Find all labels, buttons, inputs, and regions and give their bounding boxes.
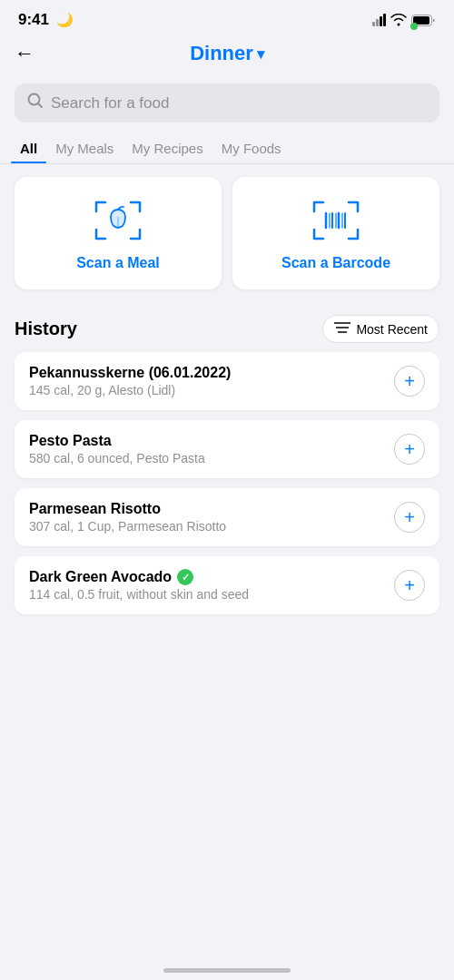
tabs: All My Meals My Recipes My Foods [0,132,454,164]
chevron-down-icon[interactable]: ▾ [257,45,264,63]
item-details: 307 cal, 1 Cup, Parmesean Risotto [29,519,394,534]
search-container: Search for a food [0,76,454,132]
item-name: Parmesean Risotto [29,501,394,517]
search-icon [27,93,44,113]
scan-meal-card[interactable]: Scan a Meal [15,177,222,289]
item-name: Pekannusskerne (06.01.2022) [29,365,394,381]
item-name: Dark Green Avocado [29,569,394,585]
signal-icon [372,14,386,26]
add-item-button[interactable]: + [394,570,425,601]
moon-icon: 🌙 [56,12,74,27]
home-indicator [163,968,291,973]
scan-meal-label: Scan a Meal [76,255,160,271]
scan-barcode-icon [309,195,363,246]
sort-button[interactable]: Most Recent [322,315,439,343]
item-name: Pesto Pasta [29,433,394,449]
add-item-button[interactable]: + [394,366,425,397]
item-info: Dark Green Avocado 114 cal, 0.5 fruit, w… [29,569,394,602]
status-time: 9:41 🌙 [18,11,74,29]
status-icons [372,14,436,26]
tab-my-foods[interactable]: My Foods [212,132,291,163]
history-item: Pesto Pasta 580 cal, 6 ounced, Pesto Pas… [15,420,439,478]
verified-badge [177,569,193,585]
item-details: 114 cal, 0.5 fruit, without skin and see… [29,587,394,602]
add-item-button[interactable]: + [394,502,425,533]
sort-icon [334,321,350,337]
green-dot [410,23,418,30]
search-placeholder: Search for a food [51,94,169,113]
scan-meal-icon [91,195,145,246]
item-info: Pesto Pasta 580 cal, 6 ounced, Pesto Pas… [29,433,394,466]
item-details: 580 cal, 6 ounced, Pesto Pasta [29,451,394,466]
status-bar: 9:41 🌙 [0,0,454,33]
add-item-button[interactable]: + [394,434,425,465]
history-item: Parmesean Risotto 307 cal, 1 Cup, Parmes… [15,488,439,546]
history-header: History Most Recent [0,302,454,352]
item-info: Parmesean Risotto 307 cal, 1 Cup, Parmes… [29,501,394,534]
item-info: Pekannusskerne (06.01.2022) 145 cal, 20 … [29,365,394,397]
scan-barcode-card[interactable]: Scan a Barcode [232,177,439,289]
tab-my-meals[interactable]: My Meals [46,132,123,163]
tab-my-recipes[interactable]: My Recipes [123,132,212,163]
back-button[interactable]: ← [15,42,35,65]
tab-all[interactable]: All [11,132,46,163]
header-title: Dinner ▾ [190,42,264,65]
meal-type-label: Dinner [190,42,253,65]
search-bar[interactable]: Search for a food [15,83,439,122]
history-item: Dark Green Avocado 114 cal, 0.5 fruit, w… [15,556,439,614]
item-details: 145 cal, 20 g, Alesto (Lidl) [29,383,394,397]
wifi-icon [390,14,407,26]
history-title: History [15,318,77,339]
scan-section: Scan a Meal Scan a Barcode [0,164,454,302]
history-list: Pekannusskerne (06.01.2022) 145 cal, 20 … [0,352,454,623]
scan-barcode-label: Scan a Barcode [281,255,390,271]
history-item: Pekannusskerne (06.01.2022) 145 cal, 20 … [15,352,439,410]
header: ← Dinner ▾ [0,33,454,76]
sort-label: Most Recent [356,322,428,337]
